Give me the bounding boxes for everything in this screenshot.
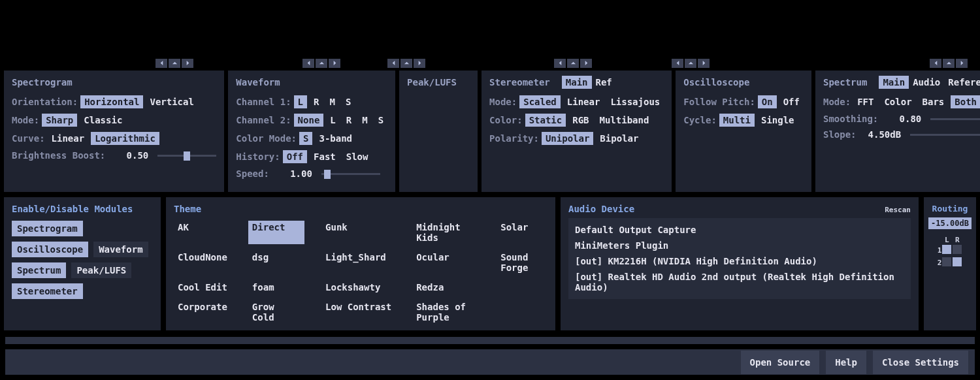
option-s[interactable]: S [374,114,387,127]
module-toggle-spectrogram[interactable]: Spectrogram [12,221,83,236]
option-m[interactable]: M [358,114,371,127]
option-m[interactable]: M [325,95,338,108]
routing-cell-2-r[interactable] [953,257,962,266]
theme-foam[interactable]: foam [248,281,304,294]
theme-lockshawty[interactable]: Lockshawty [321,281,395,294]
theme-ocular[interactable]: Ocular [412,251,480,274]
nav-up-icon[interactable] [169,59,180,68]
theme-light-shard[interactable]: Light_Shard [321,251,395,274]
theme-grow-cold[interactable]: Grow Cold [248,300,304,324]
option-s[interactable]: S [342,95,355,108]
slider[interactable] [910,131,980,138]
theme-ak[interactable]: AK [174,221,231,244]
theme-direct[interactable]: Direct [248,221,304,244]
routing-cell-1-l[interactable] [942,245,951,254]
option-r[interactable]: R [342,114,355,127]
option-vertical[interactable]: Vertical [146,95,197,108]
tab-main[interactable]: Main [562,76,592,89]
audio-device-item[interactable]: Default Output Capture [574,222,906,238]
nav-right-icon[interactable] [580,59,592,68]
nav-left-icon[interactable] [387,59,399,68]
option-rgb[interactable]: RGB [568,114,593,127]
nav-left-icon[interactable] [930,59,941,68]
tab-main[interactable]: Main [879,76,909,89]
theme-solar[interactable]: Solar [497,221,547,244]
theme-dsg[interactable]: dsg [248,251,304,274]
nav-up-icon[interactable] [685,59,696,68]
option-logarithmic[interactable]: Logarithmic [91,132,159,145]
routing-cell-2-l[interactable] [942,257,951,266]
option-slow[interactable]: Slow [342,150,372,163]
nav-up-icon[interactable] [943,59,955,68]
option-l[interactable]: L [326,114,339,127]
nav-right-icon[interactable] [698,59,710,68]
nav-right-icon[interactable] [182,59,193,68]
option-off[interactable]: Off [283,150,307,163]
audio-device-item[interactable]: MiniMeters Plugin [574,238,906,253]
option-multi[interactable]: Multi [719,114,755,127]
nav-right-icon[interactable] [414,59,425,68]
option-off[interactable]: Off [779,95,804,108]
option-both[interactable]: Both [951,95,980,108]
theme-cool-edit[interactable]: Cool Edit [174,281,231,294]
option-3-band[interactable]: 3-band [315,132,356,145]
option-r[interactable]: R [310,95,323,108]
option-on[interactable]: On [758,95,777,108]
help-button[interactable]: Help [826,351,866,374]
nav-up-icon[interactable] [316,59,327,68]
nav-left-icon[interactable] [155,59,167,68]
nav-right-icon[interactable] [956,59,968,68]
option-sharp[interactable]: Sharp [42,114,77,127]
theme-corporate[interactable]: Corporate [174,300,231,324]
tab-audio[interactable]: Audio [909,76,944,89]
audio-device-item[interactable]: [out] Realtek HD Audio 2nd output (Realt… [574,269,906,295]
option-none[interactable]: None [294,114,324,127]
slider[interactable] [930,116,980,122]
tab-ref[interactable]: Ref [592,76,616,89]
theme-redza[interactable]: Redza [412,281,480,294]
module-toggle-spectrum[interactable]: Spectrum [12,262,66,278]
theme-sound-forge[interactable]: Sound Forge [497,251,547,274]
routing-cell-1-r[interactable] [953,245,962,254]
nav-left-icon[interactable] [672,59,683,68]
tab-reference[interactable]: Reference [944,76,980,89]
option-s[interactable]: S [299,132,312,145]
nav-up-icon[interactable] [567,59,579,68]
option-color[interactable]: Color [880,95,915,108]
module-toggle-oscilloscope[interactable]: Oscilloscope [12,242,88,257]
nav-up-icon[interactable] [400,59,412,68]
option-bipolar[interactable]: Bipolar [596,132,642,145]
option-fft[interactable]: FFT [853,95,877,108]
option-static[interactable]: Static [525,114,566,127]
nav-right-icon[interactable] [329,59,340,68]
slider[interactable] [321,170,380,177]
option-scaled[interactable]: Scaled [519,95,561,108]
routing-value[interactable]: -15.00dB [928,217,972,229]
option-linear[interactable]: Linear [563,95,604,108]
module-toggle-waveform[interactable]: Waveform [93,242,148,257]
theme-gunk[interactable]: Gunk [321,221,395,244]
option-multiband[interactable]: Multiband [596,114,653,127]
theme-cloudnone[interactable]: CloudNone [174,251,231,274]
theme-low-contrast[interactable]: Low Contrast [321,300,395,324]
theme-midnight-kids[interactable]: Midnight Kids [412,221,480,244]
option-bars[interactable]: Bars [919,95,949,108]
module-toggle-stereometer[interactable]: Stereometer [12,283,83,299]
open-source-button[interactable]: Open Source [741,351,820,374]
nav-left-icon[interactable] [302,59,314,68]
option-fast[interactable]: Fast [310,150,340,163]
option-linear[interactable]: Linear [48,132,89,145]
slider[interactable] [157,152,216,159]
theme-shades-of-purple[interactable]: Shades of Purple [412,300,480,324]
option-l[interactable]: L [294,95,307,108]
audio-device-item[interactable]: [out] KM2216H (NVIDIA High Definition Au… [574,253,906,269]
rescan-button[interactable]: Rescan [885,206,911,214]
option-single[interactable]: Single [757,114,798,127]
option-horizontal[interactable]: Horizontal [80,95,143,108]
module-toggle-peak-lufs[interactable]: Peak/LUFS [71,262,131,278]
option-classic[interactable]: Classic [80,114,126,127]
nav-left-icon[interactable] [554,59,566,68]
close-settings-button[interactable]: Close Settings [873,351,968,374]
option-lissajous[interactable]: Lissajous [606,95,664,108]
option-unipolar[interactable]: Unipolar [542,132,593,145]
